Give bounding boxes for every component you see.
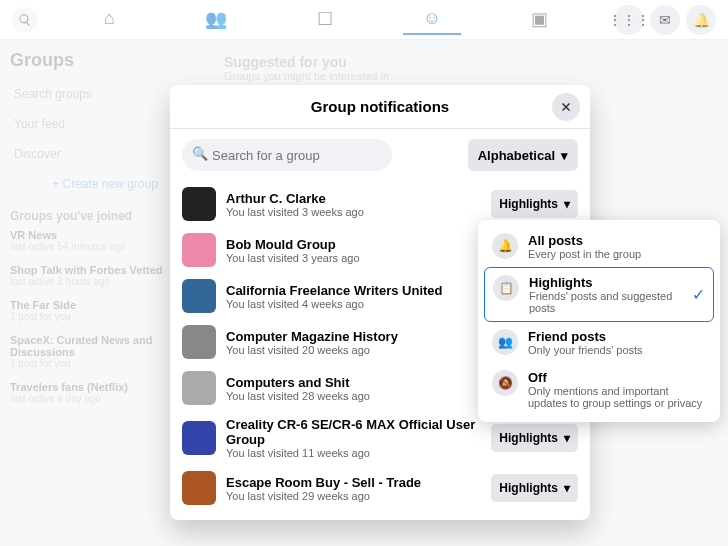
dropdown-option[interactable]: 🔕OffOnly mentions and important updates …: [484, 363, 714, 416]
chevron-down-icon: ▾: [561, 148, 568, 163]
option-title: All posts: [528, 233, 706, 248]
group-row: Escape Room Buy - Sell - TradeYou last v…: [182, 465, 578, 511]
group-sub: You last visited 3 weeks ago: [226, 206, 481, 218]
group-thumbnail: [182, 421, 216, 455]
modal-title: Group notifications: [311, 98, 449, 115]
group-thumbnail: [182, 233, 216, 267]
modal-header: Group notifications: [170, 85, 590, 129]
dropdown-option[interactable]: 📋HighlightsFriends' posts and suggested …: [484, 267, 714, 322]
notification-setting-button[interactable]: Highlights▾: [491, 190, 578, 218]
option-icon: 👥: [492, 329, 518, 355]
group-name: Bob Mould Group: [226, 237, 481, 252]
group-sub: You last visited 29 weeks ago: [226, 490, 481, 502]
group-sub: You last visited 4 weeks ago: [226, 298, 481, 310]
sort-button[interactable]: Alphabetical ▾: [468, 139, 578, 171]
search-icon: 🔍: [192, 146, 208, 161]
option-title: Off: [528, 370, 706, 385]
group-sub: You last visited 28 weeks ago: [226, 390, 481, 402]
option-title: Highlights: [529, 275, 682, 290]
group-thumbnail: [182, 371, 216, 405]
sort-label: Alphabetical: [478, 148, 555, 163]
dropdown-option[interactable]: 🔔All postsEvery post in the group: [484, 226, 714, 267]
notification-dropdown: 🔔All postsEvery post in the group📋Highli…: [478, 220, 720, 422]
option-sub: Friends' posts and suggested posts: [529, 290, 682, 314]
option-sub: Every post in the group: [528, 248, 706, 260]
check-icon: ✓: [692, 285, 705, 304]
group-thumbnail: [182, 279, 216, 313]
close-button[interactable]: [552, 93, 580, 121]
close-icon: [559, 100, 573, 114]
group-name: California Freelance Writers United: [226, 283, 481, 298]
group-thumbnail: [182, 325, 216, 359]
group-sub: You last visited 20 weeks ago: [226, 344, 481, 356]
option-sub: Only your friends' posts: [528, 344, 706, 356]
group-name: Computer Magazine History: [226, 329, 481, 344]
group-name: Escape Room Buy - Sell - Trade: [226, 475, 481, 490]
group-thumbnail: [182, 187, 216, 221]
group-sub: You last visited 11 weeks ago: [226, 447, 481, 459]
option-sub: Only mentions and important updates to g…: [528, 385, 706, 409]
option-icon: 🔕: [492, 370, 518, 396]
chevron-down-icon: ▾: [564, 481, 570, 495]
group-sub: You last visited 3 years ago: [226, 252, 481, 264]
modal-search-row: 🔍 Alphabetical ▾: [170, 129, 590, 181]
option-icon: 🔔: [492, 233, 518, 259]
search-input[interactable]: [182, 139, 392, 171]
group-thumbnail: [182, 471, 216, 505]
option-icon: 📋: [493, 275, 519, 301]
option-title: Friend posts: [528, 329, 706, 344]
chevron-down-icon: ▾: [564, 431, 570, 445]
chevron-down-icon: ▾: [564, 197, 570, 211]
group-name: Computers and Shit: [226, 375, 481, 390]
group-name: Arthur C. Clarke: [226, 191, 481, 206]
notification-setting-button[interactable]: Highlights▾: [491, 474, 578, 502]
group-name: Creality CR-6 SE/CR-6 MAX Official User …: [226, 417, 481, 447]
dropdown-option[interactable]: 👥Friend postsOnly your friends' posts: [484, 322, 714, 363]
notification-setting-button[interactable]: Highlights▾: [491, 424, 578, 452]
